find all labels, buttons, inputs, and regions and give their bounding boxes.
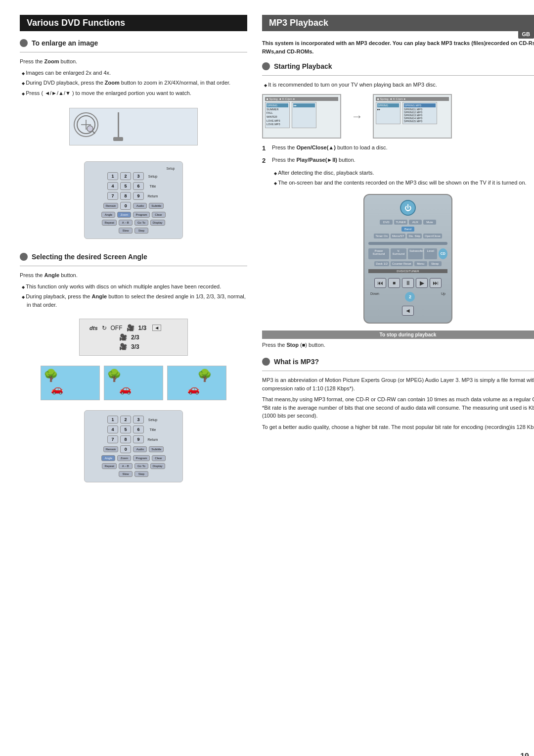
enlarge-title: To enlarge an image — [20, 39, 247, 47]
scene-1: 🌳 🚗 — [41, 366, 100, 400]
scene-images: 🌳 🚗 🌳 🚗 🌳 🚗 — [20, 366, 247, 400]
step-2: 2 Press the Play/Pause(►II) button. — [262, 156, 534, 166]
step-2-bullet-1: After detecting the disc, playback start… — [272, 169, 534, 177]
pause-btn[interactable]: ⏸ — [402, 278, 414, 288]
step-2-bullet-2: The on-screen bar and the contents recor… — [272, 179, 534, 187]
enlarge-bullet-1: Images can be enlarged 2x and 4x. — [20, 69, 247, 77]
right-section-header: MP3 Playback — [262, 15, 534, 31]
mp3-para-3: To get a better audio quality, choose a … — [262, 423, 534, 431]
angle-display: dts ↻ OFF 🎥 1/3 ◄ 🎥 2/3 🎥 — [79, 319, 188, 356]
prev-btn[interactable]: ⏮ — [374, 278, 386, 288]
remote-mp3: ⏻ DVD TUNER AUX Mute Band Timer On Mo — [363, 194, 452, 324]
mp3-intro: This system is incorporated with an MP3 … — [262, 39, 534, 55]
angle-title: Selecting the desired Screen Angle — [20, 253, 247, 261]
next-btn[interactable]: ⏭ — [430, 278, 442, 288]
stop-text: Press the Stop (■) button. — [262, 341, 534, 349]
stop-bar: To stop during playback — [262, 331, 534, 339]
enlarge-bullet-2: During DVD playback, press the Zoom butt… — [20, 79, 247, 87]
starting-bullet-icon — [262, 62, 270, 70]
left-section-header: Various DVD Functions — [20, 15, 247, 31]
right-column: MP3 Playback This system is incorporated… — [262, 15, 534, 496]
mp3-para-1: MP3 is an abbreviation of Motion Picture… — [262, 376, 534, 392]
starting-section: Starting Playback It is recommended to t… — [262, 62, 534, 349]
nav-left[interactable]: ◄ — [402, 306, 414, 316]
angle-bullet-1: This function only works with discs on w… — [20, 283, 247, 291]
power-button[interactable]: ⏻ — [400, 200, 416, 216]
screen-right: ■ Spring ◄ K C/pm ● SPRING ▸▸ SPRING.MP3 — [373, 94, 452, 139]
zoom-graphic — [69, 108, 198, 145]
angle-intro: Press the Angle button. — [20, 271, 247, 280]
step-2-container: 2 Press the Play/Pause(►II) button. Afte… — [262, 156, 534, 187]
mp3-para-2: That means,by using MP3 format, one CD-R… — [262, 395, 534, 420]
stop-btn[interactable]: ■ — [388, 278, 400, 288]
starting-bullet: It is recommended to turn on your TV whe… — [262, 81, 534, 89]
step-1: 1 Press the Open/Close(▲) button to load… — [262, 143, 534, 153]
scene-2: 🌳 🚗 — [104, 366, 163, 400]
svg-line-4 — [92, 131, 95, 134]
page-number: 19 — [520, 752, 529, 756]
enlarge-intro: Press the Zoom button. — [20, 57, 247, 66]
scene-3: 🌳 🚗 — [167, 366, 226, 400]
gb-badge: GB — [518, 30, 534, 39]
bullet-icon — [20, 39, 28, 47]
left-column: Various DVD Functions To enlarge an imag… — [20, 15, 247, 496]
angle-bullet-icon — [20, 253, 28, 261]
what-is-mp3-section: What is MP3? MP3 is an abbreviation of M… — [262, 358, 534, 431]
enlarge-bullet-3: Press ( ◄/►/▲/▼ ) to move the enlarged p… — [20, 89, 247, 97]
screen-arrow: → — [351, 109, 363, 123]
zoom-circle — [74, 112, 98, 137]
play-btn[interactable]: ▶ — [416, 278, 428, 288]
what-is-mp3-title: What is MP3? — [262, 358, 534, 366]
angle-bullet-2: During playback, press the Angle button … — [20, 292, 247, 309]
angle-section: Selecting the desired Screen Angle Press… — [20, 253, 247, 487]
screen-left: ■ Spring ◄ K C/pm ● SPRING SUMMER FALL W… — [262, 94, 341, 139]
circle-2: 2 — [405, 292, 415, 302]
remote-angle: 1 2 3 Setup 4 5 6 Title 7 — [84, 410, 183, 482]
what-is-mp3-icon — [262, 358, 270, 366]
starting-title: Starting Playback — [262, 62, 534, 70]
enlarge-section: To enlarge an image Press the Zoom butto… — [20, 39, 247, 244]
mp3-screen-display: ■ Spring ◄ K C/pm ● SPRING SUMMER FALL W… — [262, 94, 534, 139]
remote-zoom: Setup 1 2 3 Setup 4 5 6 Title — [84, 161, 183, 239]
